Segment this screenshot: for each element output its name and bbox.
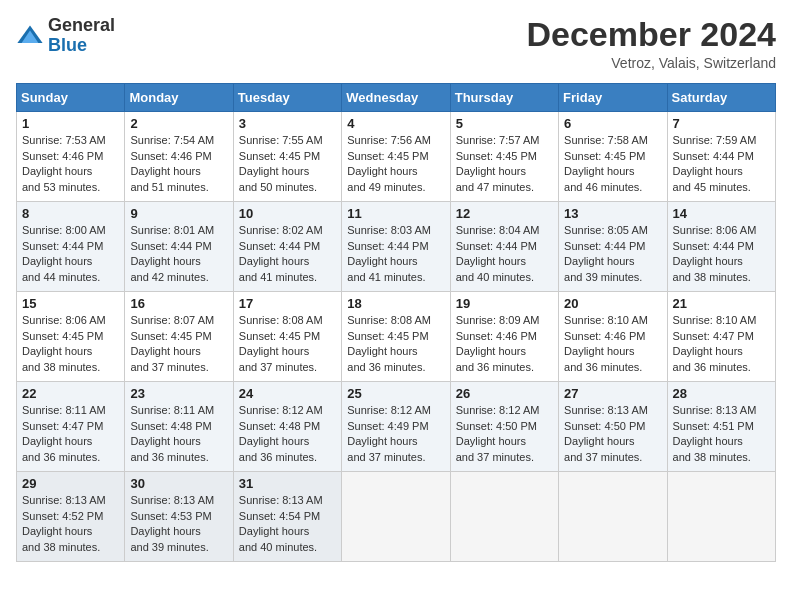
header-saturday: Saturday: [667, 84, 775, 112]
week-row-1: 1 Sunrise: 7:53 AM Sunset: 4:46 PM Dayli…: [17, 112, 776, 202]
calendar-cell: 9 Sunrise: 8:01 AM Sunset: 4:44 PM Dayli…: [125, 202, 233, 292]
day-number: 30: [130, 476, 227, 491]
cell-info: Sunrise: 7:55 AM Sunset: 4:45 PM Dayligh…: [239, 133, 336, 195]
calendar-cell: [667, 472, 775, 562]
day-number: 5: [456, 116, 553, 131]
day-number: 19: [456, 296, 553, 311]
logo-icon: [16, 22, 44, 50]
week-row-5: 29 Sunrise: 8:13 AM Sunset: 4:52 PM Dayl…: [17, 472, 776, 562]
day-number: 25: [347, 386, 444, 401]
day-number: 21: [673, 296, 770, 311]
day-number: 16: [130, 296, 227, 311]
week-row-3: 15 Sunrise: 8:06 AM Sunset: 4:45 PM Dayl…: [17, 292, 776, 382]
cell-info: Sunrise: 8:12 AM Sunset: 4:50 PM Dayligh…: [456, 403, 553, 465]
day-number: 12: [456, 206, 553, 221]
calendar-cell: [342, 472, 450, 562]
calendar-cell: 1 Sunrise: 7:53 AM Sunset: 4:46 PM Dayli…: [17, 112, 125, 202]
day-number: 22: [22, 386, 119, 401]
calendar-cell: 31 Sunrise: 8:13 AM Sunset: 4:54 PM Dayl…: [233, 472, 341, 562]
day-number: 27: [564, 386, 661, 401]
day-number: 11: [347, 206, 444, 221]
calendar-cell: 12 Sunrise: 8:04 AM Sunset: 4:44 PM Dayl…: [450, 202, 558, 292]
cell-info: Sunrise: 7:56 AM Sunset: 4:45 PM Dayligh…: [347, 133, 444, 195]
cell-info: Sunrise: 8:09 AM Sunset: 4:46 PM Dayligh…: [456, 313, 553, 375]
day-number: 9: [130, 206, 227, 221]
cell-info: Sunrise: 8:02 AM Sunset: 4:44 PM Dayligh…: [239, 223, 336, 285]
day-number: 31: [239, 476, 336, 491]
cell-info: Sunrise: 8:04 AM Sunset: 4:44 PM Dayligh…: [456, 223, 553, 285]
day-number: 13: [564, 206, 661, 221]
calendar-cell: 6 Sunrise: 7:58 AM Sunset: 4:45 PM Dayli…: [559, 112, 667, 202]
logo-text: General Blue: [48, 16, 115, 56]
calendar-cell: [559, 472, 667, 562]
day-number: 28: [673, 386, 770, 401]
cell-info: Sunrise: 8:11 AM Sunset: 4:48 PM Dayligh…: [130, 403, 227, 465]
day-number: 7: [673, 116, 770, 131]
cell-info: Sunrise: 8:10 AM Sunset: 4:47 PM Dayligh…: [673, 313, 770, 375]
calendar-cell: 3 Sunrise: 7:55 AM Sunset: 4:45 PM Dayli…: [233, 112, 341, 202]
day-number: 18: [347, 296, 444, 311]
logo: General Blue: [16, 16, 115, 56]
calendar-cell: 19 Sunrise: 8:09 AM Sunset: 4:46 PM Dayl…: [450, 292, 558, 382]
calendar-cell: 25 Sunrise: 8:12 AM Sunset: 4:49 PM Dayl…: [342, 382, 450, 472]
cell-info: Sunrise: 7:58 AM Sunset: 4:45 PM Dayligh…: [564, 133, 661, 195]
day-number: 20: [564, 296, 661, 311]
cell-info: Sunrise: 8:03 AM Sunset: 4:44 PM Dayligh…: [347, 223, 444, 285]
day-number: 26: [456, 386, 553, 401]
day-number: 2: [130, 116, 227, 131]
page-header: General Blue December 2024 Vetroz, Valai…: [16, 16, 776, 71]
calendar-cell: 21 Sunrise: 8:10 AM Sunset: 4:47 PM Dayl…: [667, 292, 775, 382]
calendar-cell: 8 Sunrise: 8:00 AM Sunset: 4:44 PM Dayli…: [17, 202, 125, 292]
cell-info: Sunrise: 8:13 AM Sunset: 4:50 PM Dayligh…: [564, 403, 661, 465]
cell-info: Sunrise: 8:00 AM Sunset: 4:44 PM Dayligh…: [22, 223, 119, 285]
header-wednesday: Wednesday: [342, 84, 450, 112]
day-number: 1: [22, 116, 119, 131]
cell-info: Sunrise: 8:06 AM Sunset: 4:45 PM Dayligh…: [22, 313, 119, 375]
cell-info: Sunrise: 8:07 AM Sunset: 4:45 PM Dayligh…: [130, 313, 227, 375]
day-number: 29: [22, 476, 119, 491]
cell-info: Sunrise: 8:10 AM Sunset: 4:46 PM Dayligh…: [564, 313, 661, 375]
day-number: 24: [239, 386, 336, 401]
calendar-cell: 14 Sunrise: 8:06 AM Sunset: 4:44 PM Dayl…: [667, 202, 775, 292]
calendar-cell: [450, 472, 558, 562]
cell-info: Sunrise: 8:06 AM Sunset: 4:44 PM Dayligh…: [673, 223, 770, 285]
calendar-cell: 27 Sunrise: 8:13 AM Sunset: 4:50 PM Dayl…: [559, 382, 667, 472]
cell-info: Sunrise: 7:54 AM Sunset: 4:46 PM Dayligh…: [130, 133, 227, 195]
calendar-cell: 23 Sunrise: 8:11 AM Sunset: 4:48 PM Dayl…: [125, 382, 233, 472]
cell-info: Sunrise: 8:01 AM Sunset: 4:44 PM Dayligh…: [130, 223, 227, 285]
day-number: 10: [239, 206, 336, 221]
cell-info: Sunrise: 8:12 AM Sunset: 4:48 PM Dayligh…: [239, 403, 336, 465]
day-number: 23: [130, 386, 227, 401]
header-sunday: Sunday: [17, 84, 125, 112]
cell-info: Sunrise: 8:08 AM Sunset: 4:45 PM Dayligh…: [347, 313, 444, 375]
header-tuesday: Tuesday: [233, 84, 341, 112]
week-row-4: 22 Sunrise: 8:11 AM Sunset: 4:47 PM Dayl…: [17, 382, 776, 472]
cell-info: Sunrise: 8:13 AM Sunset: 4:53 PM Dayligh…: [130, 493, 227, 555]
header-friday: Friday: [559, 84, 667, 112]
calendar: SundayMondayTuesdayWednesdayThursdayFrid…: [16, 83, 776, 562]
cell-info: Sunrise: 8:12 AM Sunset: 4:49 PM Dayligh…: [347, 403, 444, 465]
calendar-cell: 29 Sunrise: 8:13 AM Sunset: 4:52 PM Dayl…: [17, 472, 125, 562]
day-number: 17: [239, 296, 336, 311]
week-row-2: 8 Sunrise: 8:00 AM Sunset: 4:44 PM Dayli…: [17, 202, 776, 292]
cell-info: Sunrise: 8:08 AM Sunset: 4:45 PM Dayligh…: [239, 313, 336, 375]
calendar-cell: 15 Sunrise: 8:06 AM Sunset: 4:45 PM Dayl…: [17, 292, 125, 382]
day-number: 4: [347, 116, 444, 131]
calendar-cell: 20 Sunrise: 8:10 AM Sunset: 4:46 PM Dayl…: [559, 292, 667, 382]
cell-info: Sunrise: 7:59 AM Sunset: 4:44 PM Dayligh…: [673, 133, 770, 195]
calendar-cell: 11 Sunrise: 8:03 AM Sunset: 4:44 PM Dayl…: [342, 202, 450, 292]
header-thursday: Thursday: [450, 84, 558, 112]
cell-info: Sunrise: 8:13 AM Sunset: 4:52 PM Dayligh…: [22, 493, 119, 555]
calendar-cell: 24 Sunrise: 8:12 AM Sunset: 4:48 PM Dayl…: [233, 382, 341, 472]
title-section: December 2024 Vetroz, Valais, Switzerlan…: [526, 16, 776, 71]
calendar-cell: 30 Sunrise: 8:13 AM Sunset: 4:53 PM Dayl…: [125, 472, 233, 562]
calendar-cell: 2 Sunrise: 7:54 AM Sunset: 4:46 PM Dayli…: [125, 112, 233, 202]
calendar-cell: 17 Sunrise: 8:08 AM Sunset: 4:45 PM Dayl…: [233, 292, 341, 382]
header-monday: Monday: [125, 84, 233, 112]
cell-info: Sunrise: 7:57 AM Sunset: 4:45 PM Dayligh…: [456, 133, 553, 195]
day-number: 15: [22, 296, 119, 311]
logo-general: General: [48, 15, 115, 35]
cell-info: Sunrise: 8:11 AM Sunset: 4:47 PM Dayligh…: [22, 403, 119, 465]
location: Vetroz, Valais, Switzerland: [526, 55, 776, 71]
calendar-cell: 10 Sunrise: 8:02 AM Sunset: 4:44 PM Dayl…: [233, 202, 341, 292]
